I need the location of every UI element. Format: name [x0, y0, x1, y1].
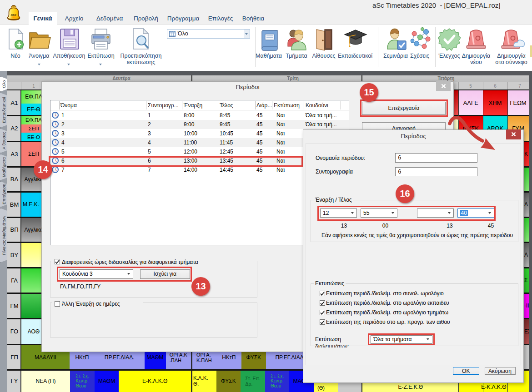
svg-text:asc: asc	[11, 13, 17, 17]
